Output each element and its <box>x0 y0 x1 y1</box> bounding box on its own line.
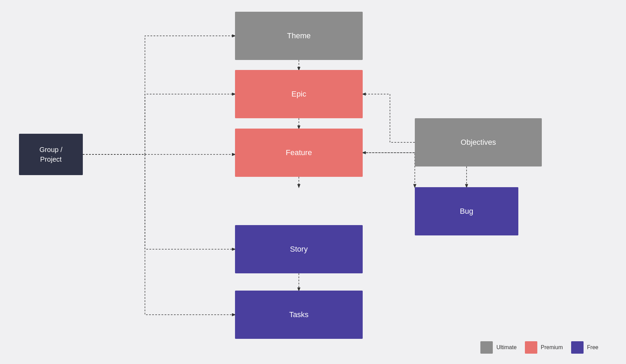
epic-node: Epic <box>235 70 363 118</box>
legend-premium-box <box>525 341 537 354</box>
legend-ultimate-box <box>480 341 493 354</box>
legend-ultimate-label: Ultimate <box>496 344 517 351</box>
feature-node: Feature <box>235 129 363 177</box>
tasks-node: Tasks <box>235 291 363 339</box>
diagram-container: Theme Epic Feature Story Tasks Bug Objec… <box>0 0 626 364</box>
objectives-node: Objectives <box>415 118 542 166</box>
theme-node: Theme <box>235 12 363 60</box>
tasks-label: Tasks <box>289 310 309 319</box>
story-node: Story <box>235 225 363 273</box>
story-label: Story <box>290 245 307 254</box>
legend-free-label: Free <box>587 344 598 351</box>
legend-ultimate: Ultimate <box>480 341 517 354</box>
legend-premium: Premium <box>525 341 563 354</box>
bug-node: Bug <box>415 187 518 235</box>
objectives-label: Objectives <box>461 138 496 147</box>
legend: Ultimate Premium Free <box>480 341 598 354</box>
legend-free-box <box>571 341 584 354</box>
bug-label: Bug <box>460 207 473 216</box>
legend-premium-label: Premium <box>541 344 563 351</box>
feature-label: Feature <box>286 148 312 157</box>
group-label: Group /Project <box>39 145 62 164</box>
epic-label: Epic <box>292 90 306 99</box>
legend-free: Free <box>571 341 598 354</box>
group-node: Group /Project <box>19 134 83 175</box>
theme-label: Theme <box>287 31 311 40</box>
